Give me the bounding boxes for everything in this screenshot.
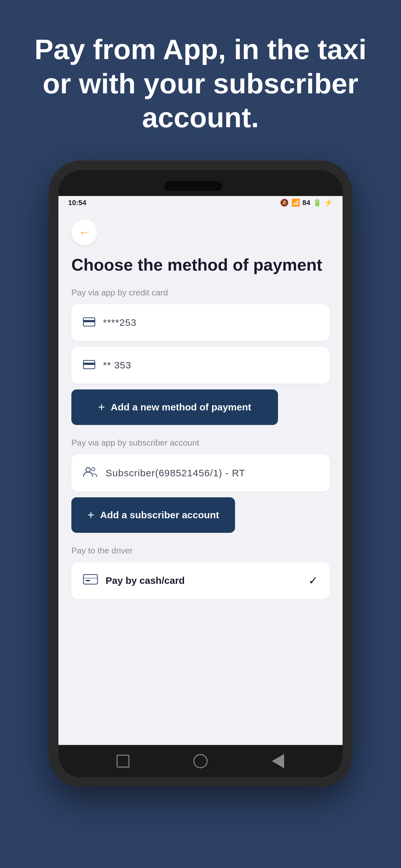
cash-icon: [83, 574, 98, 587]
hero-text: Pay from App, in the taxi or with your s…: [0, 0, 401, 154]
credit-card-item-2[interactable]: ** 353: [71, 347, 330, 383]
credit-card-number-2: ** 353: [103, 360, 131, 371]
nav-circle-btn[interactable]: [192, 753, 209, 769]
subscriber-section-label: Pay via app by subscriber account: [71, 438, 330, 448]
driver-section: Pay to the driver Pay by cash/card: [71, 546, 330, 599]
svg-point-5: [92, 468, 95, 471]
credit-card-number-1: ****253: [103, 317, 136, 328]
charging-icon: ⚡: [324, 198, 333, 207]
phone-mockup: 10:54 🔕 📶 84 🔋 ⚡ ← Choose the method of …: [49, 160, 352, 787]
subscriber-plus-icon: +: [88, 508, 94, 522]
add-payment-button[interactable]: + Add a new method of payment: [71, 390, 278, 425]
driver-section-label: Pay to the driver: [71, 546, 330, 556]
page-title: Choose the method of payment: [71, 255, 330, 275]
svg-rect-8: [86, 580, 90, 581]
add-subscriber-button[interactable]: + Add a subscriber account: [71, 497, 235, 533]
status-bar: 10:54 🔕 📶 84 🔋 ⚡: [58, 196, 343, 210]
add-subscriber-label: Add a subscriber account: [100, 509, 219, 521]
battery-icon: 🔋: [313, 198, 321, 207]
back-button[interactable]: ←: [71, 219, 97, 245]
wifi-icon: 📶: [291, 198, 300, 207]
nav-circle-icon: [193, 754, 208, 768]
phone-screen: 10:54 🔕 📶 84 🔋 ⚡ ← Choose the method of …: [58, 196, 343, 745]
subscriber-account-number: Subscriber(698521456/1) - RT: [105, 468, 245, 478]
status-time: 10:54: [68, 198, 86, 207]
cash-card-item[interactable]: Pay by cash/card ✓: [71, 562, 330, 599]
screen-content: ← Choose the method of payment Pay via a…: [58, 210, 343, 612]
nav-back-btn[interactable]: [270, 753, 286, 769]
notch-dot: [230, 183, 237, 189]
back-arrow-icon: ←: [79, 225, 90, 239]
subscriber-section: Pay via app by subscriber account Subscr…: [71, 438, 330, 533]
svg-rect-3: [83, 363, 95, 365]
subscriber-icon: [83, 466, 98, 480]
svg-rect-1: [83, 320, 95, 322]
battery-value: 84: [303, 198, 310, 207]
svg-point-4: [86, 468, 90, 472]
nav-triangle-icon: [272, 754, 284, 768]
credit-card-icon-1: [83, 316, 95, 330]
phone-bottom-bar: [58, 745, 343, 777]
notch-pill: [164, 181, 222, 191]
cash-card-left: Pay by cash/card: [83, 574, 185, 587]
plus-icon: +: [98, 400, 105, 414]
nav-square-btn[interactable]: [115, 753, 131, 769]
check-icon: ✓: [308, 574, 318, 587]
svg-rect-6: [83, 575, 97, 584]
nav-square-icon: [117, 755, 129, 768]
credit-card-icon-2: [83, 359, 95, 372]
mute-icon: 🔕: [280, 198, 289, 207]
status-icons: 🔕 📶 84 🔋 ⚡: [280, 198, 333, 207]
add-payment-label: Add a new method of payment: [111, 402, 251, 413]
subscriber-account-item[interactable]: Subscriber(698521456/1) - RT: [71, 454, 330, 492]
credit-card-section-label: Pay via app by credit card: [71, 288, 330, 298]
cash-payment-label: Pay by cash/card: [105, 575, 185, 586]
phone-top-bar: [58, 170, 343, 196]
credit-card-item-1[interactable]: ****253: [71, 304, 330, 341]
svg-rect-7: [83, 578, 97, 579]
